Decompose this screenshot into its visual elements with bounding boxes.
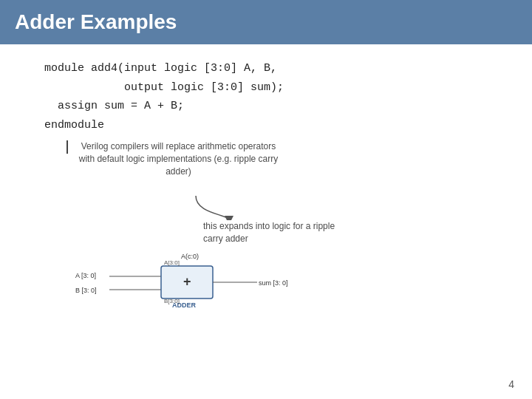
svg-text:+: + (183, 274, 191, 289)
svg-text:sum [3: 0]: sum [3: 0] (259, 279, 288, 287)
svg-text:A(c:0): A(c:0) (181, 253, 199, 260)
adder-diagram: A(c:0) A [3: 0] B [3: 0] + sum [3: 0] AD… (74, 251, 488, 317)
page-number: 4 (508, 378, 514, 390)
annotation-text-1: Verilog compilers will replace arithmeti… (75, 140, 282, 177)
svg-text:A [3: 0]: A [3: 0] (75, 272, 96, 279)
svg-text:B[3:0]: B[3:0] (164, 298, 180, 304)
svg-text:A[3:0]: A[3:0] (164, 259, 180, 266)
annotation-area-2: this expands into logic for a ripple car… (188, 192, 488, 245)
svg-text:B [3: 0]: B [3: 0] (75, 287, 97, 294)
code-line-1: module add4(input logic [3:0] A, B, (44, 59, 488, 78)
annotation-area-1: Verilog compilers will replace arithmeti… (66, 140, 488, 185)
adder-svg: A(c:0) A [3: 0] B [3: 0] + sum [3: 0] AD… (74, 251, 310, 314)
code-line-3: assign sum = A + B; (44, 97, 488, 116)
code-block: module add4(input logic [3:0] A, B, outp… (44, 59, 488, 134)
annotation-text-2: this expands into logic for a ripple car… (203, 220, 344, 245)
slide-header: Adder Examples (0, 0, 532, 44)
slide-title: Adder Examples (15, 10, 177, 33)
code-line-2: output logic [3:0] sum); (44, 78, 488, 98)
code-line-4: endmodule (44, 116, 488, 135)
curved-arrow-icon (188, 192, 248, 220)
slide-content: module add4(input logic [3:0] A, B, outp… (0, 44, 532, 332)
